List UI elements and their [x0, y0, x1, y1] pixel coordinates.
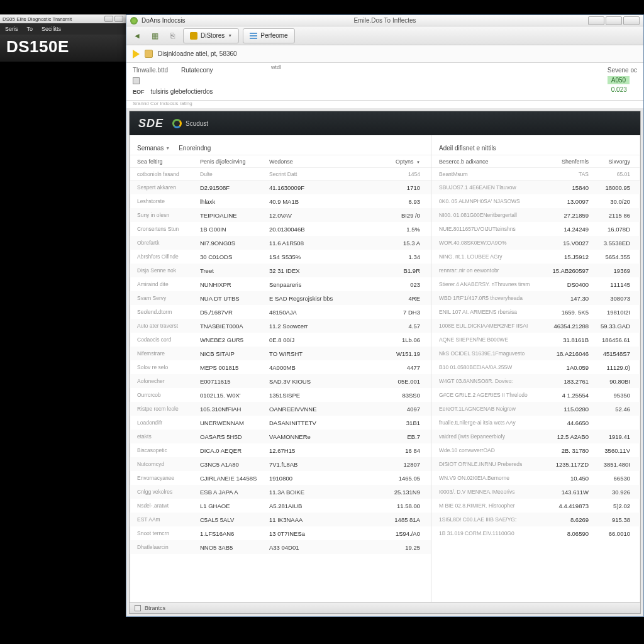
cell: 4.4.419873: [538, 502, 589, 509]
table-row[interactable]: 0K0. 05 ALMNPH0SA' NJASOWS13.009730.0/20: [431, 194, 640, 208]
table-row[interactable]: EnvornacyaneeCJIRLANEIE 14458S1910800146…: [130, 471, 431, 485]
table-row[interactable]: Codaocis cordWNEBE2 GUR50E.8 00/J1Lb.06: [130, 333, 431, 347]
table-row[interactable]: frualle.tLnilerge-ai itsla wcts AAy44.66…: [431, 416, 640, 430]
table-row[interactable]: I0003/. D.V MENNEA.IMeeorivs143.611W30.9…: [431, 485, 640, 499]
table-row[interactable]: NING. nt.1. LOUBEE AGry15.J59125654.355: [431, 250, 640, 264]
table-row[interactable]: Nsdel-.aratwtL1 GHAOEA5.281AIUB11.58.00: [130, 499, 431, 513]
table-row[interactable]: 1SI5L8D! C00.LAE IIIB SAE/YG:8.6269915.3…: [431, 513, 640, 526]
cell: EB.7: [382, 433, 420, 440]
table-row[interactable]: etaktsOASARS 5H5DVAAMONNEReEB.7: [130, 430, 431, 443]
menu-item-seris[interactable]: Seris: [5, 26, 18, 32]
cell: 183.2761: [538, 378, 589, 385]
cell: Aofonecher: [137, 378, 200, 384]
cell: 25.131N9: [382, 489, 420, 496]
table-row[interactable]: M BIE 02.8.RIMIER. Hisroopher4.4.4198735…: [431, 499, 640, 513]
menu-item-to[interactable]: To: [27, 26, 33, 32]
cell: rennrar:.nir on eewontobr: [439, 267, 538, 274]
cell: OASARS 5H5D: [200, 433, 269, 440]
minimize-button[interactable]: [588, 16, 604, 25]
col-header[interactable]: Wedonse: [269, 158, 382, 165]
toolbar-icon-2[interactable]: ▦: [148, 29, 162, 43]
toolbar-button-perfeome[interactable]: Perfeome: [243, 28, 294, 43]
cell: DISIOT OR'NLE.INRNU Prebereds: [439, 461, 538, 467]
table-row[interactable]: NifemstrareNICB SITAIPTO WIRSHTW151.19: [130, 347, 431, 360]
info-tiny-text: Srannd Cor Indocsis rating: [126, 101, 643, 108]
table-row[interactable]: Disja Senne nokTreet32 31 IDEXB1.9R: [130, 264, 431, 277]
table-row[interactable]: Auto ater traverstTNASBIET000A11.2 Soowc…: [130, 319, 431, 333]
sde-sublogo: Scudust: [172, 119, 208, 128]
cell: 18.A216046: [538, 350, 589, 357]
col-header[interactable]: Sixvorgy: [589, 158, 633, 165]
cell: 4.57: [382, 323, 420, 330]
table-row[interactable]: DhatlelaarcinNNO5 3AB5A33 04D0119.25: [130, 540, 431, 554]
table-row[interactable]: DISIOT OR'NLE.INRNU Prebereds1235.117ZD3…: [431, 457, 640, 471]
cell: NUNHIXPR: [200, 281, 269, 288]
cell: 1485 81A: [382, 516, 420, 523]
info-right: Sevene oc A050 0.023: [608, 67, 637, 95]
table-row[interactable]: NutcorncydC3NC5 A1A807V1.fL8AB12807: [130, 457, 431, 471]
table-row[interactable]: Ourrcrcob0102L15. W0X'1351SISPE83SS0: [130, 388, 431, 402]
cell: 66530: [589, 475, 633, 482]
table-row[interactable]: WBD 1RF'1/417.0R5 thoveryheada147.303080…: [431, 291, 640, 305]
cell: Amiraind dite: [137, 281, 200, 287]
table-row[interactable]: AofonecherE00711615SAD.3V KIOUS05E.001: [130, 374, 431, 388]
table-row[interactable]: Solov re seloMEPS 0018154A000MB4477: [130, 360, 431, 374]
table-row[interactable]: Amiraind diteNUNHIXPRSenpaareris023: [130, 277, 431, 291]
cell: Cronsertens Stun: [137, 226, 200, 232]
table-row[interactable]: vaidred (iwts Bepaneerbiofy12.5 A2AB0191…: [431, 430, 640, 443]
table-row[interactable]: Snoot terncrn1.LFS16AN613 0T7INESa1S94./…: [130, 526, 431, 540]
maximize-button[interactable]: [114, 16, 123, 22]
menu-item-secilitts[interactable]: Secilitts: [42, 26, 61, 32]
table-row[interactable]: EereOT.1LAGNCENAB Noigrow115.028052.46: [431, 402, 640, 416]
cell: 111145: [589, 281, 633, 288]
minimize-button[interactable]: [104, 16, 113, 22]
table-row[interactable]: Wde.10 convwverrOAD2B. 317803560.11V: [431, 443, 640, 457]
table-row[interactable]: ENIL 107 AI. ARMEENS rbersisa1659. 5K519…: [431, 305, 640, 319]
col-header[interactable]: Shenfernls: [538, 158, 589, 165]
table-row[interactable]: Cronsertens Stun1B G00IN20.0130046B1.5%: [130, 222, 431, 236]
table-row[interactable]: Seolend.dtormD5./1687VR48150AJA7 DH3: [130, 305, 431, 319]
table-row[interactable]: WOR.40.08SK0EW:OA9O%15.V00273.5538ED: [431, 236, 640, 250]
cell: 95350: [589, 392, 633, 399]
maximize-button[interactable]: [606, 16, 622, 25]
table-row[interactable]: Cnlgg vekolresESB A JAPA A11.3A BOIKE25.…: [130, 485, 431, 499]
table-row[interactable]: Abrshfors Oifinde30 C01ODS1S4 S535%1.34: [130, 250, 431, 264]
cell: CJIRLANEIE 14458S: [200, 475, 269, 482]
table-row[interactable]: SBUJOS7.1 4E6EAIEN Tlauvow1584018000.95: [431, 180, 640, 194]
table-row[interactable]: 1B 31.019 CORM.EIV.11100G08.0659066.0010: [431, 526, 640, 540]
table-row[interactable]: Leshstorstelhlaxk40.9 MA1B6.93: [130, 194, 431, 208]
table-row[interactable]: LoadondifrUNERWENNAMDASANINITTETV31B1: [130, 416, 431, 430]
table-row[interactable]: 1008E EUL.DICKIAAMER2NEF IISAI46354.2128…: [431, 319, 640, 333]
toolbar-icon-3[interactable]: ⎘: [165, 29, 179, 43]
col-header[interactable]: Penis dijofecirving: [200, 158, 269, 165]
table-row[interactable]: W4GT 03.8ANNSO8R. Dovivo:183.276190.80BI: [431, 374, 640, 388]
tab-enoreindng[interactable]: Enoreindng: [179, 145, 211, 152]
close-button[interactable]: [623, 16, 640, 25]
main-window: DoAns Indocsis Emile.Dos To Inffectes ◄ …: [126, 14, 644, 617]
col-header[interactable]: Optyns ▼: [382, 158, 420, 165]
table-row[interactable]: rennrar:.nir on eewontobr15.AB2605971936…: [431, 264, 640, 277]
cell: 16.078D: [589, 226, 633, 233]
table-row[interactable]: Svarn ServyNUA DT UTBSE SAD Regsrojskisr…: [130, 291, 431, 305]
table-row[interactable]: B10 01.0580BEEIAA/0A.255W1A0.05911129.0): [431, 360, 640, 374]
table-row[interactable]: Suny in olesnTEIPIOALINE12.0VAVBI29 /0: [130, 208, 431, 222]
table-row[interactable]: EST AAmC5AL5 5ALV11 IK3NAAA1485 81A: [130, 513, 431, 526]
table-row[interactable]: NI00. 01.081G00ENeritbergertall27.218592…: [431, 208, 640, 222]
table-row[interactable]: BiscasopeticDICA.0 AEQER12.67H1516 84: [130, 443, 431, 457]
toolbar-icon-back[interactable]: ◄: [130, 29, 144, 43]
cell: NICB SITAIP: [200, 350, 269, 357]
table-row[interactable]: Ristpe rocm leole105.310NfFIAHOANREEIVVN…: [130, 402, 431, 416]
table-row[interactable]: AQNE SIIEPEN/NE B000WE31.8161B186456.61: [431, 333, 640, 347]
table-row[interactable]: WN.V9 ON.02I0E!A.Bernorne10.45066530: [431, 471, 640, 485]
table-row[interactable]: Stierer.4 ANABERSY. nThruvnes tirsmDS040…: [431, 277, 640, 291]
tab-semanas[interactable]: Semanas ▼: [137, 145, 170, 152]
col-header[interactable]: Besercc.b adixance: [439, 158, 538, 165]
toolbar-button-distores[interactable]: DiStores ▼: [183, 28, 239, 43]
table-row[interactable]: G#CE GRILE.2 AGERIES II Threlodo4 1.2555…: [431, 388, 640, 402]
path-text[interactable]: Disjnkloadne atiel, pt, 58360: [158, 50, 237, 57]
table-row[interactable]: NUIE.8011657LVOIJUTteinshns14.2424916.07…: [431, 222, 640, 236]
table-row[interactable]: ObrefartkNI7.9ONG0S11.6 A1R50815.3 A: [130, 236, 431, 250]
table-row[interactable]: NkS OCIDEL S1639E.1Fmaguvesto18.A2160464…: [431, 347, 640, 360]
table-row[interactable]: Sespert akkarenD2.91508F41.1630009F1710: [130, 180, 431, 194]
col-header[interactable]: Sea feltirg: [137, 158, 200, 165]
